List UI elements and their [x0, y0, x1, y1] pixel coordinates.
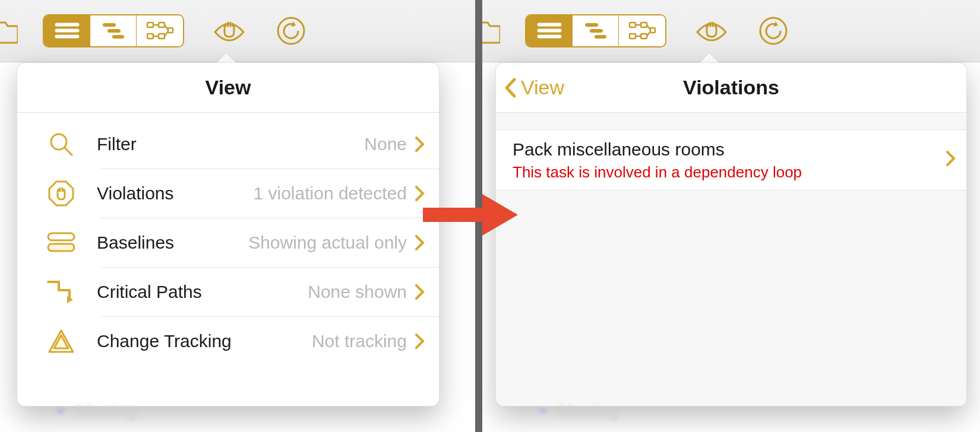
svg-rect-10	[168, 28, 173, 33]
view-mode-gantt-button[interactable]	[90, 15, 137, 46]
gantt-icon	[100, 21, 127, 41]
eye-hand-icon	[695, 14, 728, 47]
svg-rect-5	[112, 35, 124, 39]
popover-title-text: Violations	[683, 76, 779, 99]
row-label: Baselines	[97, 233, 174, 253]
violation-text: Pack miscellaneous rooms This task is in…	[513, 138, 946, 182]
list-icon	[54, 21, 80, 41]
row-value: Showing actual only	[248, 233, 407, 253]
toolbar	[0, 0, 475, 62]
row-change-tracking[interactable]: Change Tracking Not tracking	[17, 317, 439, 366]
row-value: None shown	[308, 282, 407, 302]
row-baselines[interactable]: Baselines Showing actual only	[17, 218, 439, 267]
obscured-background-row: Moving	[55, 401, 137, 421]
svg-rect-15	[538, 23, 561, 26]
svg-rect-20	[595, 35, 606, 39]
row-label: Filter	[97, 134, 137, 154]
view-inspector-button[interactable]	[213, 14, 246, 47]
list-icon	[536, 21, 562, 41]
undo-icon	[758, 15, 789, 46]
svg-rect-3	[103, 23, 116, 27]
svg-rect-8	[159, 23, 165, 27]
svg-rect-0	[55, 23, 79, 26]
svg-rect-13	[48, 233, 74, 240]
view-mode-gantt-button[interactable]	[573, 15, 619, 46]
search-icon	[26, 131, 97, 158]
view-mode-segmented-control[interactable]	[525, 14, 666, 47]
view-mode-network-button[interactable]	[619, 15, 665, 46]
svg-rect-23	[641, 23, 647, 27]
row-critical-paths[interactable]: Critical Paths None shown	[17, 268, 439, 316]
row-filter[interactable]: Filter None	[17, 120, 439, 169]
obscured-background-row: Moving	[537, 401, 619, 421]
violation-subtitle: This task is involved in a dependency lo…	[513, 163, 946, 182]
svg-rect-25	[650, 28, 655, 33]
view-mode-list-button[interactable]	[526, 15, 573, 46]
svg-point-26	[760, 18, 786, 44]
row-violations[interactable]: Violations 1 violation detected	[17, 169, 439, 218]
row-label: Change Tracking	[97, 331, 232, 351]
folder-icon	[482, 13, 502, 49]
violations-list: Pack miscellaneous rooms This task is in…	[496, 113, 966, 406]
svg-rect-1	[55, 29, 79, 32]
chevron-right-icon	[412, 284, 428, 300]
svg-rect-7	[147, 34, 153, 39]
svg-rect-27	[423, 208, 487, 222]
row-label: Critical Paths	[97, 282, 202, 302]
svg-rect-17	[538, 35, 561, 38]
network-icon	[628, 21, 656, 41]
right-pane: View Violations Pack miscellaneous rooms…	[482, 0, 980, 432]
svg-rect-16	[538, 29, 561, 32]
svg-point-11	[278, 18, 304, 44]
svg-rect-14	[48, 244, 74, 251]
row-value: None	[364, 134, 407, 154]
toolbar	[482, 0, 980, 62]
chevron-right-icon	[412, 136, 428, 153]
popover-header: View Violations	[496, 63, 966, 113]
back-label: View	[521, 76, 564, 99]
view-mode-network-button[interactable]	[137, 15, 183, 46]
annotation-arrow-icon	[423, 192, 518, 238]
view-mode-list-button[interactable]	[44, 15, 90, 46]
svg-rect-6	[147, 23, 153, 27]
svg-rect-22	[630, 34, 636, 39]
undo-icon	[276, 15, 306, 46]
svg-rect-24	[641, 34, 647, 39]
row-value: 1 violation detected	[253, 183, 407, 204]
svg-rect-19	[590, 29, 603, 33]
folder-icon	[0, 13, 20, 49]
chevron-right-icon	[412, 333, 428, 350]
popover-title-text: View	[206, 76, 251, 99]
view-popover: View Filter None Violations 1 violation …	[17, 62, 440, 406]
back-button[interactable]: View	[504, 76, 564, 99]
row-label: Violations	[97, 183, 174, 204]
row-value: Not tracking	[312, 331, 407, 351]
svg-rect-4	[108, 29, 121, 33]
svg-rect-18	[585, 23, 598, 27]
view-mode-segmented-control[interactable]	[43, 14, 184, 47]
view-inspector-button[interactable]	[695, 14, 728, 47]
chevron-left-icon	[504, 78, 516, 98]
violation-title: Pack miscellaneous rooms	[513, 138, 946, 161]
gantt-icon	[583, 21, 609, 41]
view-options-list: Filter None Violations 1 violation detec…	[17, 113, 439, 366]
svg-rect-2	[55, 35, 79, 38]
violation-item[interactable]: Pack miscellaneous rooms This task is in…	[496, 129, 966, 190]
eye-hand-icon	[213, 14, 246, 47]
undo-button[interactable]	[757, 14, 790, 47]
undo-button[interactable]	[274, 14, 308, 47]
violations-popover: View Violations Pack miscellaneous rooms…	[495, 62, 967, 406]
network-icon	[146, 21, 174, 41]
stop-hand-icon	[26, 179, 97, 208]
popover-title: View	[17, 63, 439, 113]
svg-rect-9	[159, 34, 165, 39]
chevron-right-icon	[946, 151, 956, 169]
left-pane: View Filter None Violations 1 violation …	[0, 0, 475, 432]
svg-rect-21	[630, 23, 636, 27]
critical-path-icon	[26, 278, 97, 306]
baselines-icon	[26, 231, 97, 255]
change-tracking-icon	[26, 328, 97, 354]
